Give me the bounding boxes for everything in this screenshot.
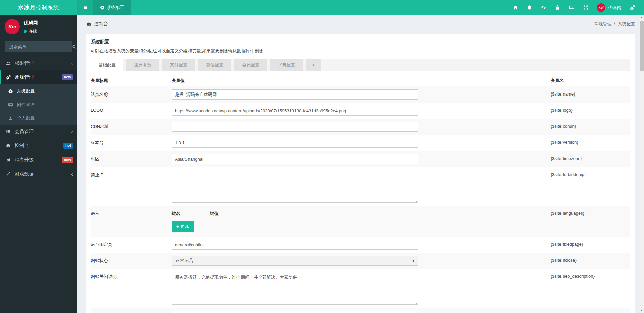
avatar: Koi <box>5 19 20 34</box>
fullscreen-button[interactable] <box>579 0 593 15</box>
send-icon <box>6 158 15 162</box>
brand-bold: 水冰月 <box>18 4 36 11</box>
table-row: 禁止IP {$site.forbiddenip} <box>91 167 630 206</box>
forbidden-ip-textarea[interactable] <box>172 170 418 203</box>
gear-icon <box>8 89 17 93</box>
fixed-page-input[interactable] <box>172 240 418 250</box>
sidebar-item-attachments[interactable]: 附件管理 <box>0 98 77 111</box>
status-label: 在线 <box>29 28 37 34</box>
row-label: CDN地址 <box>91 119 172 135</box>
nav-tab-label: 系统配置 <box>107 5 124 11</box>
tab-payment-config[interactable]: 支付配置 <box>162 59 195 71</box>
panel-title: 系统配置 <box>91 39 630 45</box>
caret-down-icon: ▾ <box>412 259 414 263</box>
gear-icon <box>100 5 104 10</box>
sidebar-item-label: 常规管理 <box>15 74 34 80</box>
timezone-input[interactable] <box>172 154 418 164</box>
sidebar-menu: 权限管理 ‹ 常规管理 new 系统配置 附件管理 个人配置 会员管理 <box>0 56 77 181</box>
user-icon <box>8 116 17 120</box>
sidebar-item-system-config[interactable]: 系统配置 <box>0 84 77 98</box>
page-title-label: 控制台 <box>94 21 108 27</box>
sidebar-item-dashboard[interactable]: 控制台 hot <box>0 139 77 153</box>
search-input[interactable] <box>5 44 72 49</box>
search-icon <box>72 45 76 49</box>
table-row: 时区 {$site.timezone} <box>91 151 630 167</box>
bell-icon <box>527 5 532 10</box>
magic-icon <box>6 172 15 176</box>
table-row: 语言 键名 键值 + 追加 {$site.languages} <box>91 206 630 237</box>
table-row: 后台固定页 {$site.fixedpage} <box>91 237 630 253</box>
dict-headers: 键名 键值 <box>172 206 551 217</box>
cdn-url-input[interactable] <box>172 122 418 132</box>
sidebar-item-profile-config[interactable]: 个人配置 <box>0 111 77 125</box>
tab-wechat-config[interactable]: 微信配置 <box>198 59 231 71</box>
table-row: 版本号 {$site.version} <box>91 135 630 151</box>
column-header-name: 变量名 <box>551 75 630 86</box>
row-label: LOGO <box>91 103 172 119</box>
scrollbar-thumb[interactable] <box>640 21 644 71</box>
row-label <box>91 308 172 313</box>
tab-system-config[interactable]: 系统配置 <box>93 0 131 15</box>
sidebar-user-status: 在线 <box>24 28 38 34</box>
row-label: 网站状态 <box>91 253 172 269</box>
page-scrollbar[interactable]: ▲ ▼ <box>639 15 644 313</box>
tab-dictionary-config[interactable]: 字典配置 <box>270 59 303 71</box>
sidebar-item-label: 系统配置 <box>17 88 35 94</box>
trash-button[interactable] <box>550 0 565 15</box>
brand-logo[interactable]: 水冰月控制系统 <box>0 0 77 15</box>
gallery-button[interactable] <box>565 0 579 15</box>
expand-icon <box>583 5 588 10</box>
site-name-input[interactable] <box>172 89 418 100</box>
tab-basic-config[interactable]: 基础配置 <box>91 59 123 71</box>
dict-value-header: 键值 <box>210 211 219 216</box>
brand-rest: 控制系统 <box>36 4 59 11</box>
close-description-textarea[interactable]: 服务器搬迁，充值提现勿催，维护期间一并全部解决。大家勿催 <box>172 272 418 305</box>
sidebar-item-general[interactable]: 常规管理 new <box>0 70 77 84</box>
sidebar-item-members[interactable]: 会员管理 ‹ <box>0 125 77 139</box>
row-label: 禁止IP <box>91 167 172 206</box>
table-row: 网站关闭说明 服务器搬迁，充值提现勿催，维护期间一并全部解决。大家勿催 {$si… <box>91 269 630 308</box>
breadcrumb-parent[interactable]: 常规管理 <box>594 21 611 27</box>
online-dot <box>24 30 27 33</box>
cogs-icon <box>630 5 635 10</box>
version-input[interactable] <box>172 138 418 148</box>
add-tab-button[interactable]: + <box>306 59 321 71</box>
scroll-up-arrow[interactable]: ▲ <box>639 15 644 20</box>
site-status-value: 正常运营 <box>176 258 193 264</box>
site-status-select[interactable]: 正常运营 ▾ <box>172 256 418 266</box>
sidebar-item-label: 个人配置 <box>17 115 35 121</box>
user-menu[interactable]: Koi 优码网 <box>593 3 625 12</box>
sidebar-item-game-data[interactable]: 游戏数据 ‹ <box>0 167 77 181</box>
sidebar-user-name: 优码网 <box>24 20 38 26</box>
sidebar-item-permissions[interactable]: 权限管理 ‹ <box>0 56 77 70</box>
sidebar-item-label: 程序升级 <box>15 157 34 163</box>
config-tabs: 基础配置 重要参数 支付配置 微信配置 会员配置 字典配置 + <box>91 59 630 71</box>
breadcrumb-current[interactable]: 系统配置 <box>618 21 635 27</box>
clipped-input[interactable] <box>172 311 418 313</box>
tab-member-config[interactable]: 会员配置 <box>234 59 267 71</box>
breadcrumb-separator: / <box>614 21 615 27</box>
row-varname: {$site.forbiddenip} <box>551 167 630 206</box>
table-row-partial <box>91 308 630 313</box>
scroll-down-arrow[interactable]: ▼ <box>639 308 644 313</box>
row-label: 版本号 <box>91 135 172 151</box>
site-logo-input[interactable] <box>172 106 418 116</box>
row-varname: {$site.version} <box>551 135 630 151</box>
sidebar-item-upgrade[interactable]: 程序升级 new <box>0 153 77 167</box>
append-button[interactable]: + 追加 <box>172 221 194 232</box>
hamburger-icon: ≡ <box>84 4 87 11</box>
tab-important-params[interactable]: 重要参数 <box>126 59 159 71</box>
home-button[interactable] <box>508 0 522 15</box>
table-row: 网站状态 正常运营 ▾ {$site.ifclose} <box>91 253 630 269</box>
sidebar-toggle-button[interactable]: ≡ <box>77 0 93 15</box>
row-varname <box>551 308 630 313</box>
panel-description: 可以在此增改系统的变量和分组,也可以自定义分组和变量,如果需要删除请从数据库中删… <box>91 48 630 54</box>
column-header-value: 变量值 <box>172 75 551 86</box>
row-varname: {$site.fixedpage} <box>551 237 630 253</box>
notifications-button[interactable] <box>522 0 536 15</box>
row-label: 网站关闭说明 <box>91 269 172 308</box>
refresh-button[interactable] <box>536 0 550 15</box>
settings-button[interactable] <box>625 0 639 15</box>
dict-key-header: 键名 <box>172 211 209 217</box>
table-row: 站点名称 {$site.name} <box>91 86 630 103</box>
